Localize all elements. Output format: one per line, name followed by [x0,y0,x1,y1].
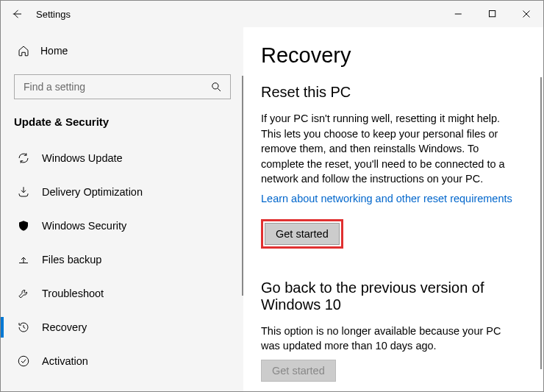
sidebar-item-label: Windows Update [42,152,123,164]
home-label: Home [40,45,68,57]
shield-icon [17,219,30,232]
goback-section: Go back to the previous version of Windo… [261,279,523,382]
delivery-icon [17,185,30,199]
close-icon [520,7,533,21]
history-icon [17,321,30,334]
search-container [1,65,243,105]
sidebar-item-files-backup[interactable]: Files backup [1,243,243,277]
home-nav[interactable]: Home [1,36,243,65]
settings-window: Settings Home [0,0,544,392]
backup-icon [17,253,30,266]
search-box[interactable] [14,74,231,99]
sidebar-item-recovery[interactable]: Recovery [1,310,243,344]
sidebar-item-label: Windows Security [42,220,126,232]
wrench-icon [17,287,30,300]
sidebar-item-windows-security[interactable]: Windows Security [1,209,243,243]
sidebar-item-troubleshoot[interactable]: Troubleshoot [1,277,243,310]
content-pane: Recovery Reset this PC If your PC isn't … [243,27,543,391]
minimize-button[interactable] [442,1,476,27]
goback-description: This option is no longer available becau… [261,324,523,354]
sync-icon [17,152,30,165]
reset-learn-link[interactable]: Learn about networking and other reset r… [261,193,523,204]
svg-point-2 [18,356,29,366]
reset-heading: Reset this PC [261,84,523,101]
goback-heading: Go back to the previous version of Windo… [261,279,523,313]
sidebar: Home Update & Security Windows Update [1,27,243,391]
sidebar-item-label: Files backup [42,254,101,266]
search-input[interactable] [22,80,210,93]
svg-rect-0 [490,11,495,17]
titlebar: Settings [1,1,543,27]
sidebar-item-label: Activation [42,355,88,367]
sidebar-navlist: Windows Update Delivery Optimization Win… [1,141,243,378]
maximize-button[interactable] [476,1,509,27]
sidebar-group-title: Update & Security [1,105,243,141]
goback-get-started-button: Get started [261,360,336,382]
sidebar-item-activation[interactable]: Activation [1,344,243,378]
check-icon [17,354,30,368]
close-button[interactable] [509,1,543,27]
home-icon [17,44,30,57]
reset-description: If your PC isn't running well, resetting… [261,111,523,187]
reset-get-started-button[interactable]: Get started [265,223,340,245]
sidebar-item-label: Troubleshoot [42,288,104,299]
sidebar-item-label: Recovery [42,321,87,333]
highlight-annotation: Get started [261,219,343,249]
window-body: Home Update & Security Windows Update [1,27,543,391]
back-button[interactable] [1,1,33,27]
content-scrollbar[interactable] [540,77,542,369]
sidebar-item-delivery-optimization[interactable]: Delivery Optimization [1,175,243,209]
arrow-left-icon [10,7,24,21]
sidebar-item-label: Delivery Optimization [42,186,143,198]
minimize-icon [452,7,465,21]
maximize-icon [486,7,499,21]
sidebar-item-windows-update[interactable]: Windows Update [1,141,243,175]
search-icon [210,80,223,93]
page-title: Recovery [261,43,523,68]
window-title: Settings [33,9,71,20]
svg-point-1 [212,83,218,89]
